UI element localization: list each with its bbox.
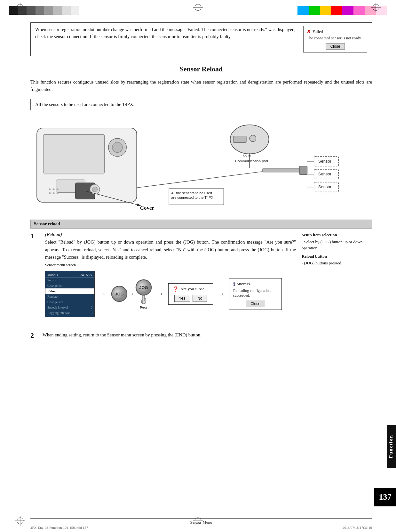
confirm-question: Are you sure? — [180, 286, 204, 292]
sensor-screen-area: Model 1 15:45 5.5V Sensor Change list Re… — [45, 271, 296, 317]
steps-area: 1 (Reload) Select "Reload" by (JOG) butt… — [30, 232, 372, 340]
footer-date: 2014/07/18 17:36:19 — [343, 526, 372, 529]
step-1-desc: Select "Reload" by (JOG) button up or do… — [45, 238, 296, 261]
diagram-area: Cover com Communication port Se — [30, 117, 372, 220]
svg-text:com: com — [243, 153, 251, 157]
screen-row-changeslot: Change slot — [45, 299, 94, 305]
diagram-svg: Cover com Communication port Se — [30, 117, 372, 220]
footer-file: 4PX-Eng-08-Function-104-156.indd 137 — [30, 526, 88, 529]
function-tab: Function — [387, 425, 396, 468]
jog-dial-svg: JOG — [111, 285, 128, 302]
jog-dial-press-svg: JOG — [135, 279, 152, 296]
setup-title: Setup item selection — [302, 232, 372, 238]
arrow-2: → — [157, 290, 164, 298]
svg-text:Sensor: Sensor — [318, 172, 332, 177]
dialog-failed-label: Failed — [313, 29, 323, 34]
screen-label: Sensor menu screen — [45, 263, 296, 268]
step-2-number: 2 — [30, 331, 39, 340]
svg-text:Communication port: Communication port — [235, 159, 268, 163]
svg-point-19 — [53, 189, 55, 190]
yes-button[interactable]: Yes — [174, 295, 190, 302]
jog-area: JOG — [111, 279, 152, 309]
device-drawing — [37, 128, 140, 206]
svg-rect-52 — [145, 299, 146, 301]
screen-header: Model 1 15:45 5.5V — [45, 272, 94, 278]
svg-text:All the sensors to be used: All the sensors to be used — [171, 191, 212, 195]
svg-line-45 — [137, 172, 262, 188]
cover-label: Cover — [140, 205, 154, 211]
screen-row-changelist: Change list — [45, 283, 94, 288]
reload-title: Reload button — [302, 253, 372, 260]
dialog-close-button[interactable]: Close — [326, 43, 345, 50]
svg-text:Sensor: Sensor — [318, 185, 332, 189]
arrow-1: → — [99, 290, 106, 298]
x-icon: ✗ — [307, 29, 311, 35]
question-icon: ❓ — [172, 286, 179, 292]
success-header: ℹ Success — [233, 281, 278, 287]
jog-plus: → — [129, 291, 134, 297]
svg-point-27 — [249, 135, 256, 142]
step-2: 2 When ending setting, return to the Sen… — [30, 328, 372, 340]
svg-point-18 — [49, 189, 51, 190]
reload-button-note: Reload button - (JOG) buttons pressed. — [302, 253, 372, 266]
screen-time: 15:45 5.5V — [78, 273, 92, 277]
main-content: When sensor registration or slot number … — [30, 22, 372, 513]
step-2-desc: When ending setting, return to the Senso… — [43, 331, 372, 339]
screen-row-sensor: Sensor — [45, 278, 94, 283]
step-divider — [30, 323, 372, 323]
intro-text: This function secures contiguous unused … — [30, 78, 372, 93]
svg-point-23 — [57, 192, 59, 194]
sensor-reload-bar: Sensor reload — [30, 220, 372, 229]
success-close-button[interactable]: Close — [246, 301, 265, 307]
svg-point-22 — [53, 192, 55, 194]
reg-mark-top-right — [371, 3, 381, 12]
svg-point-17 — [92, 187, 97, 192]
com-device: com Communication port — [230, 125, 269, 168]
svg-text:JOG: JOG — [139, 285, 148, 290]
press-label: Press — [140, 305, 147, 309]
warning-text: When sensor registration or slot number … — [35, 26, 298, 52]
svg-rect-51 — [141, 300, 143, 302]
success-message: Reloading configuration succeeded. — [233, 288, 278, 298]
svg-point-21 — [49, 192, 51, 194]
svg-point-12 — [112, 142, 123, 153]
warning-box: When sensor registration or slot number … — [30, 22, 372, 56]
svg-text:are connected to the T4PX.: are connected to the T4PX. — [171, 196, 214, 199]
svg-rect-31 — [262, 168, 301, 172]
reg-mark-top-center — [193, 3, 203, 12]
arrow-3: → — [218, 290, 225, 298]
svg-rect-10 — [43, 135, 104, 173]
step-1-content: (Reload) Select "Reload" by (JOG) button… — [45, 232, 296, 317]
no-button[interactable]: No — [193, 295, 207, 302]
svg-rect-26 — [234, 136, 246, 143]
page-number-box: 137 — [374, 488, 396, 506]
cable-sensors: Sensor Sensor Sensor — [262, 157, 338, 192]
confirm-header: ❓ Are you sure? — [172, 286, 209, 292]
warning-dialog: ✗ Failed The connected sensor is not rea… — [303, 26, 367, 52]
sensor-menu-screen: Model 1 15:45 5.5V Sensor Change list Re… — [45, 271, 95, 317]
reg-mark-bottom-left — [15, 516, 25, 526]
screen-row-logging: Logging interval 0 — [45, 310, 94, 316]
setup-desc: - Select by (JOG) button up or down oper… — [302, 239, 372, 251]
confirm-buttons: Yes No — [172, 295, 209, 302]
setup-selection-note: Setup item selection - Select by (JOG) b… — [302, 232, 372, 251]
svg-text:JOG: JOG — [115, 292, 123, 296]
section-title: Sensor Reload — [30, 65, 372, 73]
step-1-aside: Setup item selection - Select by (JOG) b… — [302, 232, 372, 317]
svg-text:Sensor: Sensor — [318, 159, 332, 164]
svg-point-20 — [57, 189, 59, 190]
screen-row-register: Register — [45, 294, 94, 299]
step-1: 1 (Reload) Select "Reload" by (JOG) butt… — [30, 232, 372, 317]
info-icon: ℹ — [233, 281, 235, 287]
success-dialog: ℹ Success Reloading configuration succee… — [229, 278, 282, 310]
reg-mark-bottom-center — [193, 516, 203, 526]
success-title: Success — [237, 281, 250, 286]
step-1-label: (Reload) — [45, 232, 296, 237]
confirm-dialog: ❓ Are you sure? Yes No — [168, 283, 213, 305]
dialog-msg: The connected sensor is not ready. — [307, 36, 364, 41]
reg-mark-top-left — [15, 3, 25, 12]
step-1-number: 1 — [30, 232, 34, 240]
reload-desc: - (JOG) buttons pressed. — [302, 260, 372, 266]
hand-icon — [139, 295, 148, 304]
screen-model: Model 1 — [47, 273, 58, 277]
